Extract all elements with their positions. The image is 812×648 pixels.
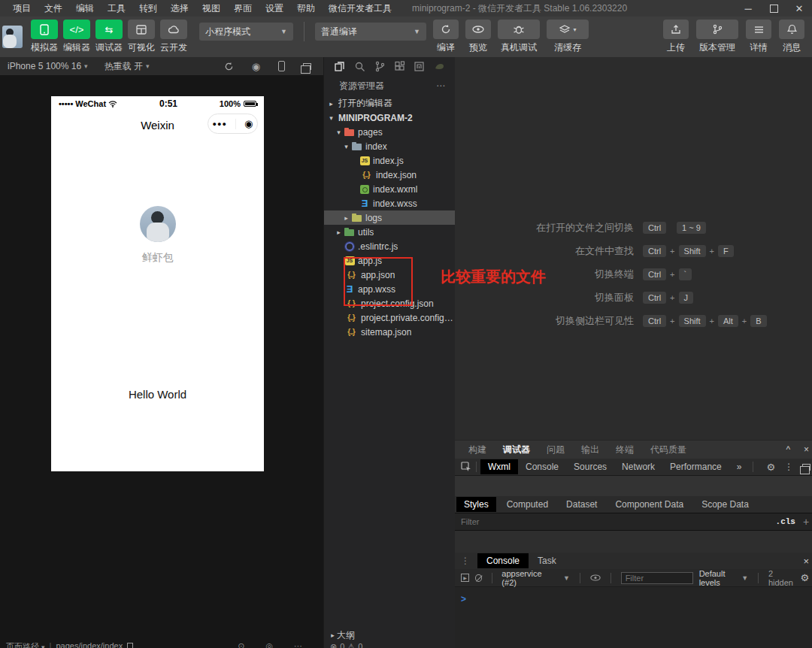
remote-debug-button[interactable]: 真机调试 — [498, 20, 540, 54]
styles-tab-Component Data[interactable]: Component Data — [607, 497, 691, 512]
gear-icon[interactable]: ⚙ — [766, 462, 775, 473]
undock-icon[interactable] — [802, 464, 810, 471]
tree-item-app.js[interactable]: app.js — [324, 253, 455, 268]
collapse-icon[interactable]: ^ — [786, 444, 790, 455]
menu-编辑[interactable]: 编辑 — [69, 2, 101, 15]
console-sidebar-icon[interactable]: ▶ — [461, 574, 469, 582]
simulator-button[interactable]: 模拟器 — [29, 20, 60, 54]
close-target-icon[interactable]: ◉ — [244, 118, 253, 129]
panel-tab-问题[interactable]: 问题 — [547, 441, 565, 459]
menu-转到[interactable]: 转到 — [132, 2, 164, 15]
multi-window-icon[interactable] — [303, 63, 311, 70]
extensions-icon[interactable] — [393, 60, 406, 73]
console-tab-Task[interactable]: Task — [529, 553, 565, 568]
tree-item-app.wxss[interactable]: app.wxss — [324, 282, 455, 296]
editor-button[interactable]: </> 编辑器 — [61, 20, 92, 54]
cls-button[interactable]: .cls — [776, 517, 795, 526]
git-branch-icon[interactable] — [373, 60, 386, 73]
tree-item-.eslintrc.js[interactable]: .eslintrc.js — [324, 239, 455, 253]
styles-tab-Styles[interactable]: Styles — [456, 497, 496, 512]
tree-item-index.wxss[interactable]: index.wxss — [324, 196, 455, 210]
tree-item-logs[interactable]: ▸logs — [324, 210, 455, 225]
tree-item-utils[interactable]: ▸utils — [324, 225, 455, 239]
devtools-tab-Performance[interactable]: Performance — [662, 459, 729, 474]
compile-select[interactable]: 普通编译 ▼ — [315, 23, 426, 41]
console-filter-input[interactable] — [621, 572, 693, 584]
menu-界面[interactable]: 界面 — [227, 2, 259, 15]
menu-项目[interactable]: 项目 — [6, 2, 38, 15]
problems-summary[interactable]: ⊗ 0 ⚠ 0 — [324, 642, 455, 648]
compile-button[interactable]: 编译 — [433, 20, 459, 54]
more-actions-icon[interactable]: ⋯ — [436, 80, 446, 91]
close-icon[interactable]: × — [804, 556, 810, 567]
user-avatar[interactable] — [2, 26, 23, 48]
context-select[interactable]: appservice (#2) ▼ — [501, 569, 570, 587]
tree-item-index.json[interactable]: index.json — [324, 168, 455, 182]
inspect-icon[interactable] — [459, 461, 472, 474]
gear-icon[interactable]: ⚙ — [800, 572, 809, 583]
files-icon[interactable] — [333, 60, 346, 73]
maximize-icon[interactable] — [761, 0, 786, 17]
console-body[interactable]: > — [455, 587, 812, 648]
theme-icon[interactable] — [433, 60, 446, 73]
upload-button[interactable]: 上传 — [663, 20, 689, 54]
tree-item-app.json[interactable]: app.json — [324, 268, 455, 282]
tree-item-project.config.json[interactable]: project.config.json — [324, 296, 455, 310]
tree-item-index.js[interactable]: index.js — [324, 153, 455, 168]
menu-微信开发者工具[interactable]: 微信开发者工具 — [322, 2, 398, 15]
npm-icon[interactable] — [413, 60, 426, 73]
panel-tab-代码质量[interactable]: 代码质量 — [650, 441, 686, 459]
tree-item-project.private.config.js...[interactable]: project.private.config.js... — [324, 310, 455, 325]
device-icon[interactable] — [278, 61, 285, 71]
panel-tab-构建[interactable]: 构建 — [468, 441, 486, 459]
panel-tab-输出[interactable]: 输出 — [581, 441, 599, 459]
menu-文件[interactable]: 文件 — [38, 2, 69, 15]
menu-帮助[interactable]: 帮助 — [290, 2, 322, 15]
styles-tab-Dataset[interactable]: Dataset — [559, 497, 604, 512]
outline-section[interactable]: ▸ 大纲 — [324, 628, 455, 642]
kebab-menu-icon[interactable]: ⋮ — [784, 462, 793, 472]
more-dots-icon[interactable]: ●●● — [213, 120, 227, 128]
log-levels-select[interactable]: Default levels ▼ — [699, 569, 748, 587]
eye-icon[interactable] — [590, 571, 601, 584]
hot-reload-toggle[interactable]: 热重载 开 ▾ — [105, 60, 150, 73]
plus-icon[interactable]: + — [803, 516, 809, 528]
kebab-menu-icon[interactable]: ⋮ — [461, 556, 470, 566]
devtools-tab-Wxml[interactable]: Wxml — [480, 459, 518, 474]
clear-console-icon[interactable] — [475, 574, 482, 582]
mode-select[interactable]: 小程序模式 ▼ — [199, 23, 293, 41]
styles-filter-input[interactable] — [461, 517, 776, 526]
tree-item-MINIPROGRAM-2[interactable]: ▾MINIPROGRAM-2 — [324, 111, 455, 125]
tree-item-打开的编辑器[interactable]: ▸打开的编辑器 — [324, 96, 455, 111]
devtools-tab-Sources[interactable]: Sources — [566, 459, 614, 474]
details-button[interactable]: 详情 — [746, 20, 771, 54]
more-tabs-icon[interactable]: » — [729, 459, 750, 474]
menu-选择[interactable]: 选择 — [164, 2, 195, 15]
console-tab-Console[interactable]: Console — [477, 553, 529, 568]
devtools-tab-Network[interactable]: Network — [614, 459, 662, 474]
search-icon[interactable] — [353, 60, 366, 73]
more-icon[interactable]: ⋯ — [294, 641, 302, 648]
close-icon[interactable]: × — [804, 444, 809, 455]
visualizer-button[interactable]: 可视化 — [126, 20, 157, 54]
panel-tab-终端[interactable]: 终端 — [616, 441, 634, 459]
record-icon[interactable]: ◉ — [252, 61, 260, 72]
debugger-button[interactable]: ⇆ 调试器 — [93, 20, 125, 54]
copy-icon[interactable] — [127, 643, 133, 648]
page-path-select[interactable]: 页面路径 ▾ — [6, 641, 45, 648]
menu-设置[interactable]: 设置 — [259, 2, 290, 15]
menu-工具[interactable]: 工具 — [101, 2, 132, 15]
scan-icon[interactable]: ⊙ — [238, 641, 244, 648]
capsule-button[interactable]: ●●● ◉ — [208, 114, 258, 134]
preview-button[interactable]: 预览 — [465, 20, 491, 54]
avatar[interactable] — [140, 206, 176, 242]
minimize-icon[interactable]: ─ — [735, 0, 761, 17]
refresh-icon[interactable] — [224, 62, 234, 71]
cloud-dev-button[interactable]: 云开发 — [158, 20, 189, 54]
tree-item-index[interactable]: ▾index — [324, 139, 455, 153]
styles-tab-Computed[interactable]: Computed — [499, 497, 556, 512]
close-icon[interactable]: ✕ — [786, 0, 812, 17]
messages-button[interactable]: 消息 — [779, 20, 804, 54]
tree-item-pages[interactable]: ▾pages — [324, 125, 455, 139]
devtools-tab-Console[interactable]: Console — [518, 459, 566, 474]
